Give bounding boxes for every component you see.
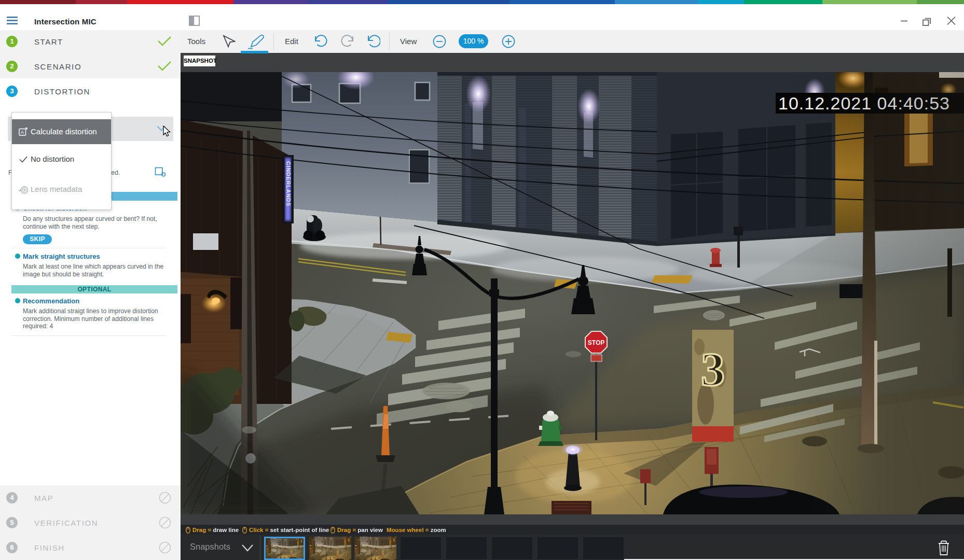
svg-text:3: 3 — [701, 343, 725, 396]
svg-text:STOP: STOP — [588, 339, 604, 346]
svg-text:A: A — [21, 130, 24, 135]
svg-text:CINDERLANDS: CINDERLANDS — [285, 161, 292, 206]
